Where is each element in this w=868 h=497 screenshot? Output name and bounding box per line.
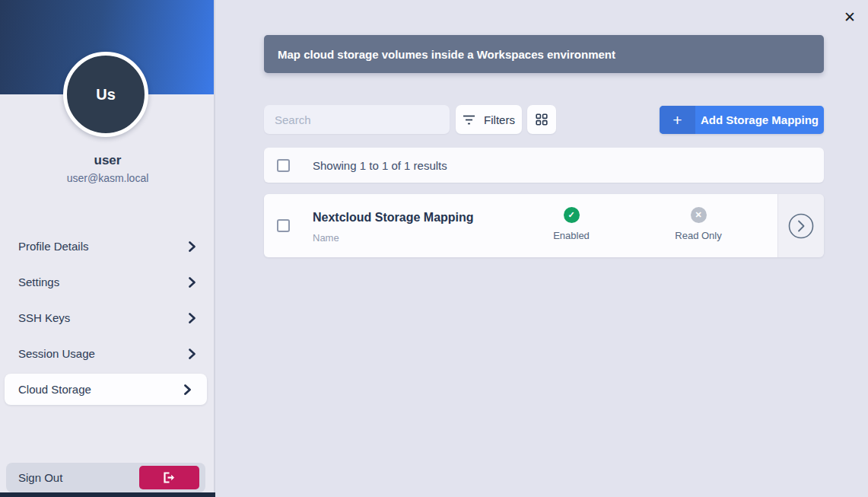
- sign-out-label: Sign Out: [18, 471, 62, 484]
- row-main: Nextcloud Storage Mapping Name ✓ Enabled…: [264, 194, 777, 257]
- sidebar-bottom-strip: [0, 492, 215, 497]
- sign-out-icon: [163, 472, 176, 483]
- cloud-storage-panel: ✕ Map cloud storage volumes inside a Wor…: [217, 0, 868, 497]
- chevron-right-icon: [184, 384, 191, 395]
- status-read-only: ✕ Read Only: [653, 207, 744, 241]
- plus-icon: +: [660, 106, 695, 134]
- add-storage-mapping-label: Add Storage Mapping: [695, 106, 824, 134]
- sidebar-item-session-usage[interactable]: Session Usage: [0, 336, 215, 371]
- storage-mapping-row: Nextcloud Storage Mapping Name ✓ Enabled…: [264, 194, 824, 257]
- select-all-checkbox[interactable]: [277, 159, 290, 172]
- filter-icon: [463, 115, 475, 125]
- close-icon: ✕: [844, 9, 856, 25]
- sign-out-bar[interactable]: Sign Out: [6, 463, 205, 492]
- chevron-right-icon: [189, 349, 196, 359]
- status-enabled: ✓ Enabled: [526, 207, 617, 241]
- sidebar-menu: Profile Details Settings SSH Keys Sessio…: [0, 228, 215, 403]
- chevron-right-icon: [189, 241, 196, 252]
- results-bar: Showing 1 to 1 of 1 results: [264, 148, 824, 183]
- avatar: Us: [63, 52, 148, 137]
- user-email: user@kasm.local: [0, 172, 215, 184]
- banner-text: Map cloud storage volumes inside a Works…: [278, 48, 615, 61]
- toolbar: Filters + Add Storage Mapping: [264, 105, 824, 134]
- sidebar-item-ssh-keys[interactable]: SSH Keys: [0, 300, 215, 336]
- search-input[interactable]: [264, 105, 450, 134]
- sign-out-button[interactable]: [139, 466, 199, 489]
- check-circle-icon: ✓: [564, 207, 580, 223]
- username: user: [0, 153, 215, 168]
- status-enabled-label: Enabled: [526, 230, 617, 241]
- grid-icon: [536, 113, 548, 126]
- sidebar-item-profile-details[interactable]: Profile Details: [0, 228, 215, 264]
- x-circle-icon: ✕: [691, 207, 707, 223]
- menu-item-label: Profile Details: [18, 240, 89, 253]
- chevron-right-icon: [189, 277, 196, 288]
- status-read-only-label: Read Only: [653, 230, 744, 241]
- app-root: { "sidebar": { "avatar_initials": "Us", …: [0, 0, 868, 497]
- check-glyph: ✓: [568, 210, 574, 220]
- filters-label: Filters: [484, 113, 515, 126]
- chevron-right-circle-icon: [788, 213, 814, 239]
- menu-item-label: Cloud Storage: [18, 383, 91, 396]
- row-title: Nextcloud Storage Mapping: [313, 211, 474, 225]
- sidebar-item-settings[interactable]: Settings: [0, 264, 215, 300]
- menu-item-label: SSH Keys: [18, 311, 70, 324]
- results-summary: Showing 1 to 1 of 1 results: [313, 159, 447, 172]
- profile-sidebar: Us user user@kasm.local Profile Details …: [0, 0, 215, 497]
- row-expand-button[interactable]: [777, 194, 824, 257]
- close-button[interactable]: ✕: [840, 8, 860, 27]
- row-subtitle: Name: [313, 232, 339, 244]
- menu-item-label: Settings: [18, 276, 59, 288]
- chevron-right-icon: [189, 313, 196, 323]
- filters-button[interactable]: Filters: [456, 105, 522, 134]
- x-glyph: ✕: [695, 210, 701, 220]
- info-banner: Map cloud storage volumes inside a Works…: [264, 35, 824, 73]
- add-storage-mapping-button[interactable]: + Add Storage Mapping: [660, 106, 824, 134]
- row-checkbox[interactable]: [277, 219, 290, 232]
- menu-item-label: Session Usage: [18, 347, 95, 360]
- grid-view-button[interactable]: [527, 105, 556, 134]
- avatar-initials: Us: [96, 86, 116, 104]
- sidebar-item-cloud-storage[interactable]: Cloud Storage: [5, 374, 207, 405]
